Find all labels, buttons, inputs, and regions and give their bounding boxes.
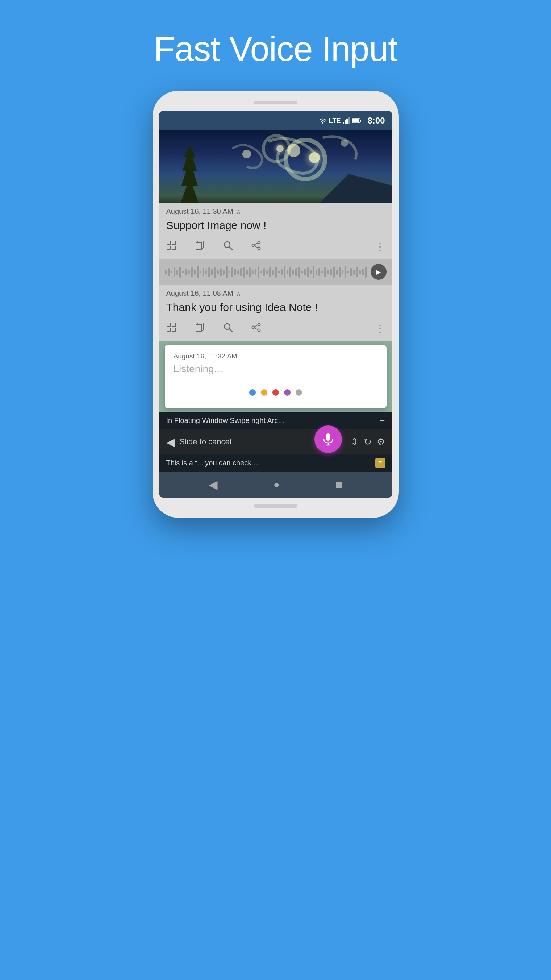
svg-point-0 — [322, 122, 324, 124]
mic-fab-button[interactable] — [314, 425, 342, 453]
svg-line-18 — [229, 247, 232, 250]
svg-rect-59 — [266, 270, 268, 274]
share-action-1[interactable] — [251, 240, 261, 253]
listening-card-wrapper: August 16, 11:32 AM Listening... — [159, 341, 392, 412]
svg-rect-93 — [365, 267, 367, 278]
svg-rect-40 — [211, 269, 213, 275]
svg-point-8 — [287, 144, 300, 157]
svg-rect-47 — [232, 267, 233, 277]
svg-rect-76 — [316, 270, 318, 275]
tan-icon-2[interactable]: ≡ — [375, 458, 385, 468]
phone-device: LTE 8:00 — [152, 91, 399, 518]
svg-rect-32 — [188, 270, 190, 274]
refresh-icon-voice[interactable]: ↻ — [364, 436, 372, 448]
svg-line-106 — [254, 328, 257, 330]
svg-rect-99 — [196, 325, 202, 332]
svg-rect-84 — [339, 267, 341, 277]
svg-rect-39 — [208, 267, 210, 277]
svg-point-21 — [257, 247, 260, 250]
svg-rect-25 — [168, 268, 170, 276]
svg-rect-56 — [257, 266, 259, 278]
voice-back-button[interactable]: ◀ — [166, 436, 175, 448]
bottom-note-bar-1: In Floating Window Swipe right Arc... ≡ — [159, 412, 392, 429]
svg-rect-72 — [304, 269, 306, 275]
signal-icon — [343, 118, 350, 124]
svg-rect-83 — [336, 270, 338, 275]
note-1-chevron: ∧ — [236, 208, 241, 216]
svg-point-9 — [242, 150, 251, 158]
svg-rect-73 — [307, 267, 309, 277]
nav-home-button[interactable]: ● — [273, 479, 279, 490]
search-action-1[interactable] — [223, 240, 233, 253]
svg-rect-27 — [173, 267, 175, 277]
listening-dots — [173, 386, 378, 399]
share-action-2[interactable] — [251, 322, 261, 335]
starry-night-painting — [159, 130, 392, 203]
svg-rect-81 — [330, 269, 332, 275]
svg-rect-107 — [326, 433, 330, 441]
status-time: 8:00 — [367, 116, 385, 126]
svg-point-103 — [252, 326, 254, 329]
svg-point-20 — [252, 244, 254, 247]
settings-icon-voice[interactable]: ⚙ — [377, 436, 385, 448]
hamburger-icon-1[interactable]: ≡ — [380, 415, 385, 425]
note-1-text: Support Image now ! — [159, 218, 392, 237]
svg-rect-55 — [255, 269, 256, 275]
svg-line-101 — [229, 329, 232, 332]
svg-rect-91 — [359, 270, 361, 274]
note-image — [159, 130, 392, 203]
svg-rect-65 — [284, 266, 286, 278]
expand-icon-voice[interactable]: ⇕ — [351, 436, 359, 448]
svg-rect-80 — [327, 270, 329, 274]
svg-rect-68 — [292, 270, 294, 275]
svg-rect-16 — [196, 242, 202, 250]
expand-action-2[interactable] — [166, 322, 176, 335]
expand-action-1[interactable] — [166, 240, 176, 253]
share-icon-1 — [251, 240, 261, 250]
note-card-1: August 16, 11:30 AM ∧ Support Image now … — [159, 130, 392, 259]
svg-rect-88 — [350, 268, 352, 276]
svg-rect-44 — [223, 270, 225, 275]
svg-rect-43 — [220, 268, 222, 276]
svg-rect-74 — [310, 270, 311, 274]
lte-icon: LTE — [329, 117, 341, 125]
copy-action-1[interactable] — [195, 240, 205, 253]
search-action-2[interactable] — [223, 322, 233, 335]
svg-rect-7 — [360, 119, 361, 122]
svg-rect-53 — [249, 267, 251, 277]
svg-rect-60 — [269, 267, 271, 277]
copy-action-2[interactable] — [195, 322, 205, 335]
more-action-2[interactable]: ⋮ — [375, 323, 385, 334]
svg-rect-51 — [243, 267, 245, 278]
svg-rect-29 — [179, 267, 181, 278]
note-2-timestamp: August 16, 11:08 AM — [166, 289, 233, 298]
note-card-2: ▶ — [159, 259, 392, 341]
more-action-1[interactable]: ⋮ — [375, 241, 385, 253]
bottom-note-bar-2: This is a t... you can check ... ≡ — [159, 455, 392, 471]
audio-waveform-area: ▶ — [159, 259, 392, 285]
svg-rect-37 — [203, 268, 204, 276]
nav-back-button[interactable]: ◀ — [209, 478, 218, 492]
svg-point-104 — [257, 329, 260, 332]
nav-recents-button[interactable]: ■ — [335, 478, 342, 492]
expand-icon-2 — [166, 322, 176, 332]
svg-rect-26 — [171, 271, 172, 273]
svg-rect-3 — [346, 119, 348, 124]
note-2-meta: August 16, 11:08 AM ∧ — [159, 285, 392, 300]
note-1-meta: August 16, 11:30 AM ∧ — [159, 203, 392, 218]
svg-rect-42 — [217, 270, 219, 274]
svg-point-102 — [257, 323, 260, 326]
search-icon-1 — [223, 240, 233, 250]
voice-input-bar: ◀ Slide to cancel ⇕ ↻ ⚙ — [159, 429, 392, 455]
copy-icon-1 — [195, 240, 205, 250]
svg-rect-64 — [281, 269, 283, 275]
svg-rect-48 — [234, 269, 236, 275]
play-button[interactable]: ▶ — [371, 264, 386, 280]
navigation-bar: ◀ ● ■ — [159, 471, 392, 498]
note-2-text: Thank you for using Idea Note ! — [159, 300, 392, 319]
svg-rect-14 — [172, 246, 176, 250]
bottom-note-text-2: This is a t... you can check ... — [166, 459, 375, 467]
svg-rect-63 — [278, 271, 279, 273]
svg-rect-95 — [172, 323, 176, 326]
note-2-chevron: ∧ — [236, 290, 241, 298]
